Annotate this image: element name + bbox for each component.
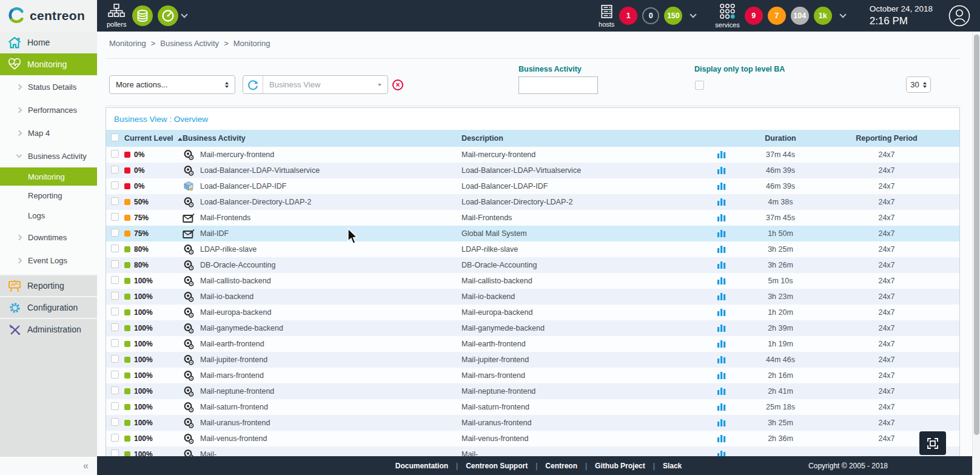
- sidebar-item-business-activity[interactable]: Business Activity: [0, 144, 97, 167]
- footer-link[interactable]: Slack: [663, 462, 682, 470]
- scrollbar-track[interactable]: [972, 32, 980, 475]
- business-activity-input[interactable]: [519, 76, 598, 94]
- row-checkbox[interactable]: [111, 276, 119, 284]
- ba-name[interactable]: DB-Oracle-Accounting: [200, 261, 275, 269]
- bar-chart-icon[interactable]: [717, 450, 727, 457]
- ba-name[interactable]: Mail-mercury-frontend: [200, 150, 274, 159]
- status-badge[interactable]: 1k: [814, 7, 832, 25]
- table-row[interactable]: 50% Load-Balancer-Directory-LDAP-2 Load-…: [106, 194, 959, 210]
- table-row[interactable]: 100% Mail- Mail-: [106, 446, 959, 456]
- page-size-select[interactable]: 30: [906, 76, 931, 93]
- sidebar-item-administration[interactable]: Administration: [0, 318, 97, 340]
- services-status[interactable]: services: [715, 3, 739, 29]
- footer-link[interactable]: Documentation: [395, 462, 448, 470]
- bar-chart-icon[interactable]: [717, 386, 727, 397]
- ba-name[interactable]: LDAP-rilke-slave: [200, 245, 257, 254]
- bar-chart-icon[interactable]: [717, 213, 727, 223]
- clear-filter-icon[interactable]: ×: [392, 79, 403, 90]
- ba-name[interactable]: Mail-venus-frontend: [200, 434, 267, 443]
- bar-chart-icon[interactable]: [717, 308, 727, 318]
- bar-chart-icon[interactable]: [717, 260, 727, 271]
- table-row[interactable]: 100% Mail-uranus-frontend Mail-uranus-fr…: [106, 415, 959, 431]
- row-checkbox[interactable]: [111, 308, 119, 315]
- row-checkbox[interactable]: [111, 323, 119, 331]
- gauge-status-icon[interactable]: [158, 5, 178, 26]
- bar-chart-icon[interactable]: [717, 418, 727, 428]
- business-view-select[interactable]: Business View: [263, 76, 388, 93]
- header-description[interactable]: Description: [461, 134, 708, 143]
- table-row[interactable]: 100% Mail-earth-frontend Mail-earth-fron…: [106, 336, 959, 352]
- ba-name[interactable]: Mail-: [200, 450, 216, 456]
- sidebar-item-map4[interactable]: Map 4: [0, 121, 97, 144]
- breadcrumb-item[interactable]: Business Activity: [160, 39, 219, 48]
- sidebar-item-monitoring[interactable]: Monitoring: [0, 53, 97, 75]
- row-checkbox[interactable]: [111, 150, 119, 158]
- table-row[interactable]: 75% Mail-IDF Global Mail System 1h 50m 2…: [106, 226, 959, 241]
- header-business-activity[interactable]: Business Activity: [183, 134, 461, 143]
- bar-chart-icon[interactable]: [717, 355, 727, 365]
- table-row[interactable]: 0% Mail-mercury-frontend Mail-mercury-fr…: [106, 147, 959, 163]
- table-row[interactable]: 100% Mail-mars-frontend Mail-mars-fronte…: [106, 368, 959, 383]
- header-duration[interactable]: Duration: [735, 134, 826, 143]
- row-checkbox[interactable]: [111, 229, 119, 237]
- user-avatar[interactable]: [948, 5, 970, 27]
- table-row[interactable]: 100% Mail-ganymede-backend Mail-ganymede…: [106, 320, 959, 336]
- bar-chart-icon[interactable]: [717, 244, 727, 255]
- refresh-button[interactable]: [243, 76, 263, 93]
- table-row[interactable]: 100% Mail-io-backend Mail-io-backend 3h …: [106, 289, 959, 305]
- ba-name[interactable]: Mail-jupiter-frontend: [200, 355, 267, 364]
- table-row[interactable]: 100% Mail-neptune-frontend Mail-neptune-…: [106, 383, 959, 399]
- row-checkbox[interactable]: [111, 386, 119, 394]
- bar-chart-icon[interactable]: [717, 150, 727, 160]
- footer-link[interactable]: Centreon: [545, 462, 577, 470]
- status-badge[interactable]: 7: [768, 7, 786, 25]
- chevron-down-icon[interactable]: [839, 11, 846, 18]
- row-checkbox[interactable]: [111, 434, 119, 442]
- ba-name[interactable]: Mail-saturn-frontend: [200, 403, 268, 411]
- sidebar-item-reporting[interactable]: Reporting: [0, 274, 97, 296]
- ba-name[interactable]: Mail-uranus-frontend: [200, 419, 270, 427]
- table-row[interactable]: 75% Mail-Frontends Mail-Frontends 37m 45…: [106, 210, 959, 226]
- status-badge[interactable]: 104: [791, 7, 809, 25]
- table-row[interactable]: 100% Mail-jupiter-frontend Mail-jupiter-…: [106, 352, 959, 368]
- row-checkbox[interactable]: [111, 244, 119, 252]
- status-badge[interactable]: 1: [619, 7, 637, 25]
- row-checkbox[interactable]: [111, 355, 119, 363]
- bar-chart-icon[interactable]: [717, 292, 727, 302]
- row-checkbox[interactable]: [111, 181, 119, 189]
- bar-chart-icon[interactable]: [717, 339, 727, 349]
- row-checkbox[interactable]: [111, 166, 119, 173]
- table-row[interactable]: 80% LDAP-rilke-slave LDAP-rilke-slave 3h…: [106, 241, 959, 257]
- ba-name[interactable]: Load-Balancer-LDAP-IDF: [200, 182, 286, 190]
- sidebar-item-ba-logs[interactable]: Logs: [0, 206, 97, 226]
- pollers-status[interactable]: pollers: [107, 4, 126, 28]
- fullscreen-button[interactable]: [919, 431, 946, 455]
- row-checkbox[interactable]: [111, 213, 119, 221]
- ba-name[interactable]: Mail-IDF: [200, 229, 229, 238]
- more-actions-select[interactable]: More actions...: [109, 75, 235, 94]
- header-reporting-period[interactable]: Reporting Period: [826, 134, 947, 143]
- ba-name[interactable]: Mail-neptune-frontend: [200, 387, 274, 396]
- ba-name[interactable]: Mail-mars-frontend: [200, 371, 264, 380]
- top-level-ba-checkbox[interactable]: [695, 81, 704, 90]
- sidebar-item-ba-monitoring[interactable]: Monitoring: [0, 167, 97, 186]
- ba-name[interactable]: Mail-callisto-backend: [200, 277, 271, 285]
- scrollbar-thumb[interactable]: [974, 35, 979, 435]
- sidebar-item-configuration[interactable]: Configuration: [0, 296, 97, 318]
- breadcrumb-item[interactable]: Monitoring: [233, 39, 270, 48]
- sidebar-item-downtimes[interactable]: Downtimes: [0, 226, 97, 249]
- table-row[interactable]: 0% Load-Balancer-LDAP-IDF Load-Balancer-…: [106, 178, 959, 194]
- status-badge[interactable]: 150: [664, 7, 682, 25]
- ba-name[interactable]: Load-Balancer-Directory-LDAP-2: [200, 198, 311, 206]
- row-checkbox[interactable]: [111, 197, 119, 205]
- table-row[interactable]: 100% Mail-saturn-frontend Mail-saturn-fr…: [106, 399, 959, 415]
- ba-name[interactable]: Mail-europa-backend: [200, 308, 271, 317]
- brand-logo[interactable]: centreon: [0, 0, 97, 32]
- row-checkbox[interactable]: [111, 418, 119, 426]
- bar-chart-icon[interactable]: [717, 276, 727, 286]
- table-row[interactable]: 100% Mail-europa-backend Mail-europa-bac…: [106, 305, 959, 320]
- ba-name[interactable]: Mail-earth-frontend: [200, 340, 264, 348]
- chevron-down-icon[interactable]: [690, 11, 697, 18]
- table-row[interactable]: 100% Mail-venus-frontend Mail-venus-fron…: [106, 431, 959, 446]
- sidebar-item-home[interactable]: Home: [0, 32, 97, 53]
